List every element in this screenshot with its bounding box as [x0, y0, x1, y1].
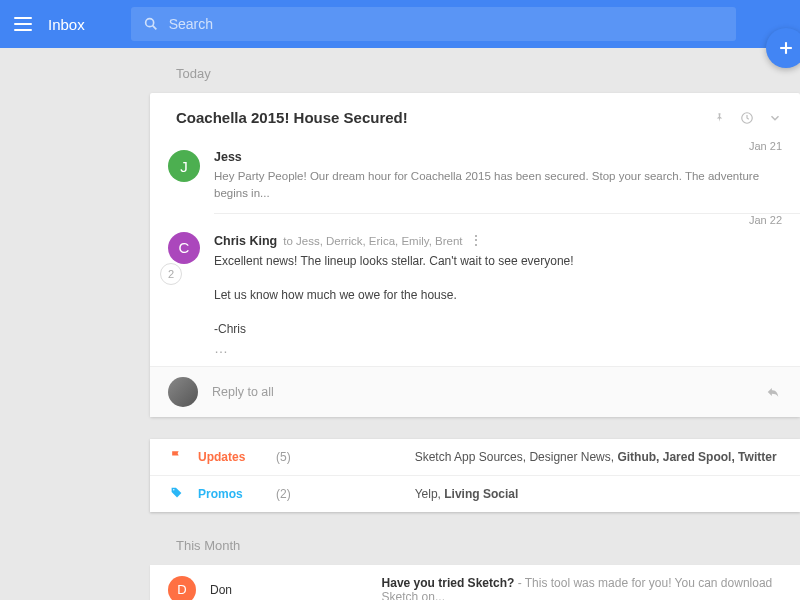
pin-icon[interactable] — [713, 111, 726, 124]
bundles-card: Updates (5) Sketch App Sources, Designer… — [150, 439, 800, 512]
bundle-promos[interactable]: Promos (2) Yelp, Living Social — [150, 476, 800, 512]
reply-placeholder: Reply to all — [212, 385, 750, 399]
reply-row[interactable]: Reply to all — [150, 366, 800, 417]
sender-name: Don — [210, 583, 368, 597]
message-line: Let us know how much we owe for the hous… — [214, 286, 782, 304]
avatar: J — [168, 150, 200, 182]
section-today: Today — [150, 58, 800, 93]
bundle-sources: Sketch App Sources, Designer News, Githu… — [415, 450, 782, 464]
user-avatar — [168, 377, 198, 407]
message-expanded: C Chris King to Jess, Derrick, Erica, Em… — [150, 214, 800, 366]
app-title: Inbox — [48, 16, 85, 33]
svg-point-0 — [145, 19, 153, 27]
bundle-sources: Yelp, Living Social — [415, 487, 782, 501]
clock-icon[interactable] — [740, 111, 754, 125]
sender-name: Chris King — [214, 234, 277, 248]
email-row[interactable]: D Don Have you tried Sketch? - This tool… — [150, 565, 800, 601]
reply-icon[interactable] — [764, 385, 782, 399]
svg-point-5 — [173, 489, 174, 490]
avatar: D — [168, 576, 196, 601]
flag-icon — [168, 449, 184, 465]
search-bar[interactable] — [131, 7, 736, 41]
thread-title: Coachella 2015! House Secured! — [176, 109, 408, 126]
recipients: to Jess, Derrick, Erica, Emily, Brent — [283, 235, 462, 247]
avatar: C — [168, 232, 200, 264]
svg-line-1 — [152, 26, 156, 30]
thread-card: Coachella 2015! House Secured! J Jess He… — [150, 93, 800, 417]
message-line: Excellent news! The lineup looks stellar… — [214, 252, 782, 270]
main-content: Today Coachella 2015! House Secured! J J… — [150, 48, 800, 600]
bundle-updates[interactable]: Updates (5) Sketch App Sources, Designer… — [150, 439, 800, 476]
bundle-name: Updates — [198, 450, 262, 464]
chevron-down-icon[interactable] — [768, 111, 782, 125]
thread-header: Coachella 2015! House Secured! — [150, 93, 800, 140]
message-collapsed[interactable]: J Jess Hey Party People! Our dream hour … — [150, 140, 800, 213]
message-line: -Chris — [214, 320, 782, 338]
more-icon[interactable]: ⋮ — [469, 232, 483, 248]
message-preview: Hey Party People! Our dream hour for Coa… — [214, 168, 782, 203]
bundle-name: Promos — [198, 487, 262, 501]
tag-icon — [168, 486, 184, 502]
search-input[interactable] — [169, 16, 724, 32]
thread-actions — [713, 111, 782, 125]
email-subject-preview: Have you tried Sketch? - This tool was m… — [382, 576, 782, 601]
message-date: Jan 22 — [749, 214, 782, 226]
bundle-count: (5) — [276, 450, 291, 464]
bundle-count: (2) — [276, 487, 291, 501]
menu-icon[interactable] — [14, 17, 32, 31]
section-this-month: This Month — [150, 530, 800, 565]
message-date: Jan 21 — [749, 140, 782, 152]
sender-name: Jess — [214, 150, 242, 164]
ellipsis-icon[interactable]: … — [214, 340, 782, 356]
app-header: Inbox — [0, 0, 800, 48]
collapsed-count-badge[interactable]: 2 — [160, 263, 182, 285]
search-icon — [143, 16, 159, 32]
